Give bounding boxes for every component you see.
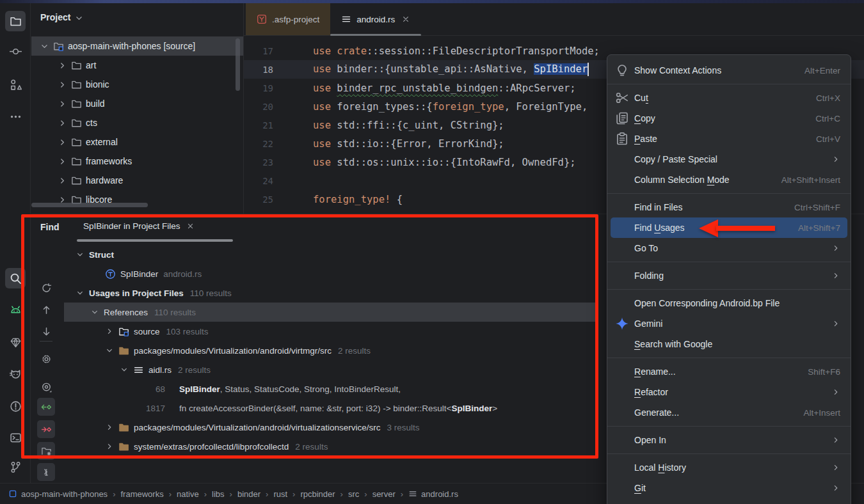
menu-item-show-context-actions[interactable]: Show Context ActionsAlt+Enter [607, 60, 851, 81]
menu-separator [607, 84, 851, 84]
project-panel-header[interactable]: Project [31, 3, 243, 31]
find-result-row[interactable]: Struct [64, 245, 598, 264]
breadcrumb-item-android-rs[interactable]: android.rs [408, 489, 458, 499]
breadcrumb-item-binder[interactable]: binder [237, 489, 260, 499]
project-panel: Project aosp-main-with-phones [source]ar… [31, 3, 243, 214]
menu-item-column-selection-mode[interactable]: Column Selection ModeAlt+Shift+Insert [607, 169, 851, 190]
result-node-label: source [134, 327, 160, 336]
menu-item-go-to[interactable]: Go To [607, 238, 851, 258]
breadcrumb-item-rust[interactable]: rust [273, 489, 287, 499]
menu-item-refactor[interactable]: Refactor [607, 382, 851, 402]
tab-android-rs[interactable]: android.rs [330, 3, 421, 35]
usage-fragment: fn createAccessorBinder(&self, name: &st… [179, 404, 451, 413]
menu-item-find-in-files[interactable]: Find in FilesCtrl+Shift+F [607, 197, 851, 217]
gear-icon [41, 354, 52, 365]
find-results-tab[interactable]: SpIBinder in Project Files [83, 221, 195, 231]
project-tree-row-aosp-main-with-phones-source[interactable]: aosp-main-with-phones [source] [31, 36, 243, 56]
logcat-tool-button[interactable] [5, 300, 26, 320]
menu-item-search-with-google[interactable]: Search with Google [607, 334, 851, 354]
menu-item-folding[interactable]: Folding [607, 265, 851, 286]
version-control-tool-button[interactable] [5, 457, 26, 477]
menu-item-git[interactable]: Git [607, 478, 851, 498]
project-tree-row-hardware[interactable]: hardware [31, 171, 243, 190]
breadcrumb-item-src[interactable]: src [348, 489, 359, 499]
menu-item-label: Show Context Actions [634, 65, 721, 75]
usage-line-number: 68 [134, 384, 165, 394]
rerun-search-button[interactable] [37, 279, 55, 297]
menu-item-local-history[interactable]: Local History [607, 457, 851, 478]
terminal-tool-button[interactable] [5, 427, 26, 448]
breadcrumb-item-frameworks[interactable]: frameworks [120, 489, 163, 499]
find-result-row[interactable]: References110 results [64, 303, 598, 322]
project-tree-row-build[interactable]: build [31, 94, 243, 113]
find-result-row[interactable]: aidl.rs2 results [64, 360, 598, 379]
breadcrumb-item-libs[interactable]: libs [212, 489, 225, 499]
class-T-icon [105, 269, 116, 280]
git-branch-icon [10, 461, 22, 473]
project-tree-row-art[interactable]: art [31, 56, 243, 75]
app-quality-insights-tool-button[interactable] [5, 332, 26, 352]
problems-tool-button[interactable] [5, 396, 26, 416]
menu-shortcut: Alt+Shift+7 [798, 223, 840, 233]
code-token: foreign_type [433, 101, 504, 113]
usage-text: fn createAccessorBinder(&self, name: &st… [179, 404, 497, 413]
menu-icon-slot [615, 174, 629, 185]
menu-item-paste[interactable]: PasteCtrl+V [607, 129, 851, 149]
find-result-row[interactable]: system/extras/profcollectd/libprofcollec… [64, 437, 598, 456]
find-result-row[interactable]: source103 results [64, 322, 598, 341]
line-number: 23 [244, 157, 301, 168]
preview-usages-button[interactable] [37, 378, 55, 396]
find-toolbar [31, 244, 61, 483]
find-result-row[interactable]: 68SpIBinder, Status, StatusCode, Strong,… [64, 379, 598, 398]
next-occurrence-button[interactable] [37, 322, 55, 340]
menu-item-open-in[interactable]: Open In [607, 430, 851, 450]
project-tree-row-external[interactable]: external [31, 132, 243, 152]
code-token: use [313, 120, 331, 131]
breadcrumb-item-rpcbinder[interactable]: rpcbinder [300, 489, 335, 499]
folder-filled-icon [118, 441, 129, 452]
code-text: use binder_rpc_unstable_bindgen::ARpcSer… [301, 83, 576, 94]
close-icon[interactable] [186, 222, 195, 230]
breadcrumb-item-server[interactable]: server [372, 489, 396, 499]
project-tree-row-bionic[interactable]: bionic [31, 75, 243, 94]
project-tree-row-cts[interactable]: cts [31, 113, 243, 132]
matched-symbol: SpIBinder [179, 384, 220, 394]
project-vertical-scrollbar[interactable] [236, 38, 240, 91]
close-icon[interactable] [401, 15, 410, 24]
menu-item-open-corresponding-android-bp-file[interactable]: Open Corresponding Android.bp File [607, 293, 851, 313]
menu-item-rename[interactable]: Rename...Shift+F6 [607, 361, 851, 382]
code-token: std::os::unix::io::{IntoRawFd, OwnedFd}; [331, 157, 576, 168]
open-in-new-tab-button[interactable] [37, 442, 55, 460]
previous-occurrence-button[interactable] [37, 301, 55, 319]
find-result-row[interactable]: SpIBinderandroid.rs [64, 264, 598, 283]
find-result-row[interactable]: packages/modules/Virtualization/android/… [64, 418, 598, 437]
find-result-row[interactable]: 1817fn createAccessorBinder(&self, name:… [64, 398, 598, 418]
menu-item-generate[interactable]: Generate...Alt+Insert [607, 402, 851, 423]
next-usage-button[interactable] [37, 420, 55, 438]
breadcrumb-separator: › [364, 489, 367, 499]
menu-item-find-usages[interactable]: Find UsagesAlt+Shift+7 [611, 217, 847, 238]
menu-item-cut[interactable]: CutCtrl+X [607, 88, 851, 108]
project-tool-button[interactable] [5, 11, 26, 31]
project-horizontal-scrollbar[interactable] [31, 203, 148, 207]
chev-right-icon [58, 157, 67, 166]
project-tree-row-frameworks[interactable]: frameworks [31, 152, 243, 171]
find-result-row[interactable]: packages/modules/Virtualization/android/… [64, 341, 598, 360]
code-token: crate [337, 45, 367, 57]
menu-item-gemini[interactable]: Gemini [607, 313, 851, 334]
more-tool-windows-button[interactable] [5, 106, 26, 127]
tab-asfp-project[interactable]: .asfp-project [246, 3, 330, 35]
settings-button[interactable] [37, 350, 55, 368]
breadcrumb-item-native[interactable]: native [177, 489, 199, 499]
chev-right-icon [58, 118, 67, 128]
find-result-row[interactable]: Usages in Project Files110 results [64, 283, 598, 303]
chevron-right-icon[interactable] [41, 467, 51, 476]
breadcrumb-item-aosp-main-with-phones[interactable]: aosp-main-with-phones [8, 489, 108, 499]
structure-tool-button[interactable] [5, 74, 26, 95]
search-tool-button[interactable] [5, 268, 26, 288]
commit-tool-button[interactable] [5, 41, 26, 61]
profiler-tool-button[interactable] [5, 364, 26, 384]
previous-usage-button[interactable] [37, 398, 55, 416]
menu-item-copy[interactable]: CopyCtrl+C [607, 108, 851, 129]
menu-item-copy-paste-special[interactable]: Copy / Paste Special [607, 149, 851, 169]
